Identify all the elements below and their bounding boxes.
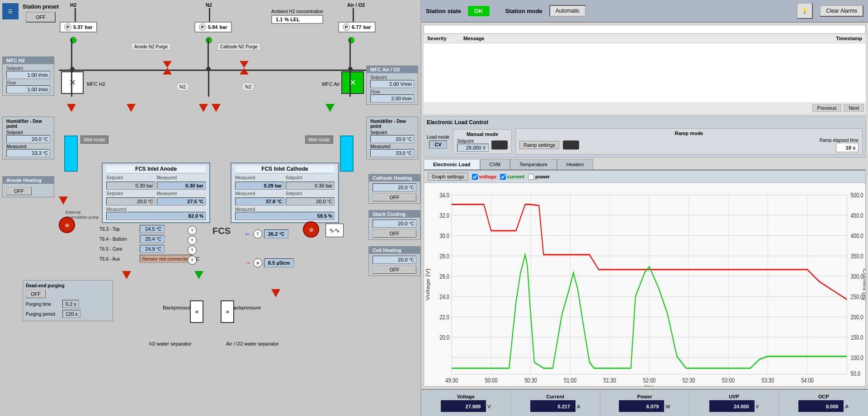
bottom-metrics: Voltage 27.989 V Current 0.217 A Power 6… [421,389,868,416]
valve-red-2 [240,61,249,75]
voltage-checkbox[interactable] [472,174,478,180]
air-o2-label: Air / O2 [347,2,365,8]
menu-button[interactable]: ☰ [2,3,19,19]
anode-heating-off-btn[interactable]: OFF [6,187,32,195]
hum-anode-measured-value: 33.3 °C [6,149,50,157]
tab-electronic-load[interactable]: Electronic Load [424,159,480,169]
svg-text:51:00: 51:00 [564,377,576,384]
ambient-h2-unit: % LEL [284,17,300,22]
hum-anode-sp-value[interactable]: 20.0 °C [6,135,50,143]
air-pressure-value: 6.77 [352,24,361,30]
uvp-metric-value: 24.000 [709,400,755,412]
next-btn[interactable]: Next [844,104,864,112]
recirc-pump-circle: ◎ [59,217,75,233]
temp-t66: T6.6 - Aux Sensor not connected °C [99,255,199,263]
pipe-right-v1 [349,70,351,97]
power-metric-label: Power [637,394,652,399]
ambient-h2-value: 1.1 [276,17,283,22]
fcs-inlet-anode: FCS Inlet Anode Setpoint Measured 0.30 b… [102,163,210,223]
load-mode-value: CV [429,140,447,149]
station-preset-label: Station preset [23,4,59,10]
temp-t63: T6.3 - Top 24.5 °C [99,225,165,233]
tab-temperature[interactable]: Temperature [510,159,557,169]
manual-mode-group: Manual mode Setpoint 28.000 V [453,129,512,154]
mfc-air-sp-value[interactable]: 2.00 V/min [370,80,414,88]
fcs-wave-symbol: ∿∿ [326,224,344,237]
n2-arrow [209,8,210,22]
red-arrow: → [244,259,251,267]
chart-container: 34.0 32.0 30.0 28.0 26.0 24.0 22.0 20.0 … [424,183,865,386]
cathode-heating-off-btn[interactable]: OFF [373,193,416,201]
fcs-c-temp-measured: 37.8 °C [235,197,284,206]
dead-end-off-btn[interactable]: OFF [26,290,46,298]
n2-label: N2 [206,2,212,8]
graph-settings-btn[interactable]: Graph settings [428,173,468,181]
toggle-mm[interactable] [491,140,508,150]
voltage-metric-value: 27.989 [441,400,486,412]
station-preset-off-btn[interactable]: OFF [26,12,56,23]
current-checkbox[interactable] [500,174,506,180]
clear-alarms-btn[interactable]: Clear Alarms [820,5,863,17]
ambient-h2-display: Ambient H2 concentration 1.1 % LEL [271,9,323,24]
air-pressure-display: P 6.77 bar [338,22,376,33]
svg-text:450.0: 450.0 [850,211,863,219]
backpressure-left-label: Backpressure [163,305,193,310]
ramp-settings-btn[interactable]: Ramp settings [519,141,559,149]
t-circle-1: T [188,226,197,235]
v-pipe-air [349,38,351,70]
fcs-c-temp-sp[interactable]: 20.0 °C [286,197,335,206]
menu-icon: ☰ [8,9,13,14]
t64-label: T6.4 - Bottom [99,237,138,242]
mfc-h2-setpoint-value[interactable]: 1.00 l/min [6,71,50,79]
bulb-btn[interactable]: 💡 [797,3,813,19]
h2-water-sep-label: H2 water separator [149,341,192,346]
cathode-heating-title: Cathode Heating [369,174,420,182]
hum-cylinder-right [340,136,354,172]
fcs-a-temp-sp[interactable]: 20.0 °C [106,197,156,206]
setpoint-value[interactable]: 28.000 V [457,144,489,152]
svg-text:50:30: 50:30 [524,377,537,384]
valve-green-down-1 [59,196,68,205]
fcs-inlet-anode-title: FCS Inlet Anode [106,166,206,173]
t66-label: T6.6 - Aux [99,257,138,262]
wet-route-left: Wet route [80,136,108,144]
fcs-c-hum-value: 59.5 % [235,212,335,220]
col-timestamp: Timestamp [794,36,862,41]
fcs-c-pressure-sp[interactable]: 0.30 bar [286,182,335,190]
ocp-metric-unit: A [845,404,848,409]
voltage-checkbox-label[interactable]: voltage [472,174,497,180]
svg-text:150.0: 150.0 [850,333,863,341]
alarm-search[interactable] [427,27,863,32]
air-o2-water-sep-label: Air / O2 water separator [226,341,279,346]
toggle-ramp[interactable] [563,140,579,150]
t64-value: 25.4 °C [140,235,165,243]
cell-heating-off-btn[interactable]: OFF [373,266,416,274]
prev-btn[interactable]: Previous [812,104,842,112]
fcs-a-measured-label: Measured [157,175,206,180]
svg-text:26.0: 26.0 [439,272,449,280]
stack-cooling-off-btn[interactable]: OFF [373,229,416,238]
automatic-btn[interactable]: Automatic [549,5,586,17]
power-checkbox-label[interactable]: power [528,174,550,180]
tab-heaters[interactable]: Heaters [557,159,594,169]
power-checkbox[interactable] [528,174,534,180]
valve-green-down-4 [271,289,280,297]
alarm-filter-input[interactable] [424,25,866,34]
fcs-a-pressure-sp[interactable]: 0.30 bar [106,182,156,190]
bulb-icon: 💡 [802,8,808,14]
valve-down-3 [199,104,208,112]
mfc-air-flow-value: 2.00 l/min [370,94,414,103]
t65-value: 24.9 °C [140,245,165,253]
t63-value: 24.5 °C [140,225,165,233]
hum-cathode-sp-value[interactable]: 20.0 °C [370,135,414,143]
svg-text:24.0: 24.0 [439,293,449,300]
load-mode-label: Load mode [427,135,449,140]
svg-text:50.0: 50.0 [850,370,860,378]
ramp-mode-group: Ramp mode Ramp settings Ramp elapsed tim… [515,128,863,154]
fcs-a-pressure-measured: 0.30 bar [157,182,206,190]
tab-cvm[interactable]: CVM [480,159,510,169]
n2-pressure-unit: bar [219,24,227,30]
current-checkbox-label[interactable]: current [500,174,524,180]
svg-text:50:00: 50:00 [485,377,497,384]
fcs-a-hum-label: Measured [106,207,206,212]
